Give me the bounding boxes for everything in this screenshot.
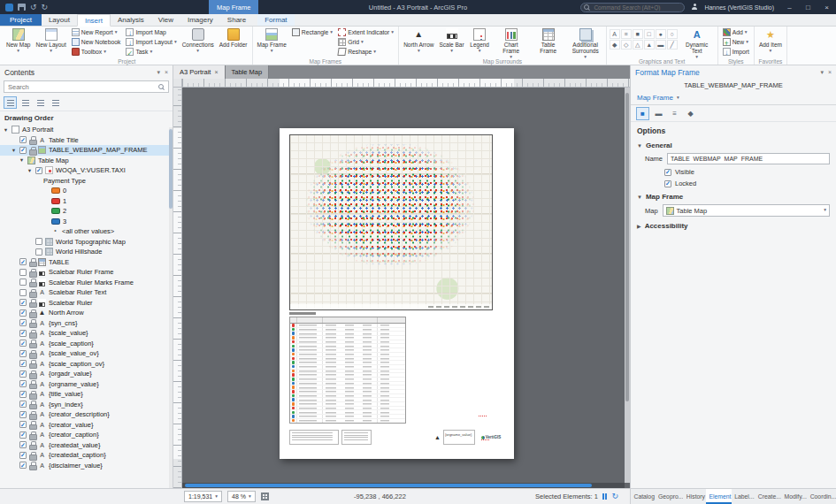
vertical-scrollbar[interactable]	[625, 88, 630, 483]
tree-item-orgadr-value[interactable]: {orgadr_value}	[0, 369, 173, 379]
expander-icon[interactable]: ▼	[3, 127, 9, 133]
visibility-checkbox[interactable]	[19, 147, 27, 154]
additional-surrounds-button[interactable]: Additional Surrounds▾	[568, 27, 603, 61]
signed-in-user[interactable]: Hannes (VertiGIS Studio)	[704, 4, 774, 11]
tree-item-disclaimer-value[interactable]: {disclaimer_value}	[0, 461, 173, 471]
pane-close-icon[interactable]: ×	[165, 69, 168, 76]
scale-bar-button[interactable]: Scale Bar▾	[437, 27, 465, 55]
maximize-button[interactable]: □	[799, 0, 817, 14]
ribbon-tab-share[interactable]: Share	[220, 14, 253, 26]
layout-page[interactable]: ▲ {orgname_value} VertiGIS	[280, 128, 514, 459]
contents-scrollbar[interactable]	[169, 127, 173, 488]
visibility-checkbox[interactable]	[19, 258, 27, 265]
locked-checkbox[interactable]	[664, 180, 671, 187]
add-folder-button[interactable]: Add Folder	[218, 27, 249, 49]
graphic-tool-button[interactable]: ◇	[621, 40, 632, 50]
import-map-button[interactable]: Import Map	[124, 27, 178, 37]
tree-item-creator-value[interactable]: {creator_value}	[0, 420, 173, 431]
minimize-button[interactable]: –	[780, 0, 799, 14]
pane-tab-label[interactable]: Label...	[732, 489, 755, 504]
tree-item-scalebar-ruler[interactable]: Scalebar Ruler	[0, 298, 173, 309]
ribbon-tab-imagery[interactable]: Imagery	[180, 14, 220, 26]
pane-menu-icon[interactable]: ▾	[820, 69, 824, 76]
tree-item-table[interactable]: TABLE	[0, 257, 173, 268]
visibility-checkbox[interactable]	[19, 330, 27, 337]
rectangle-button[interactable]: Rectangle▾	[290, 27, 334, 37]
visibility-checkbox[interactable]	[19, 441, 27, 448]
expander-icon[interactable]: ▼	[11, 148, 17, 153]
view-tab-a3-portrait[interactable]: A3 Portrait×	[173, 65, 226, 79]
pane-tab-modify[interactable]: Modify...	[781, 489, 807, 504]
tree-item-all-other-values[interactable]: <all other values>	[0, 226, 173, 237]
visibility-checkbox[interactable]	[19, 431, 27, 439]
pause-drawing-icon[interactable]	[602, 493, 608, 500]
table-title-element[interactable]	[289, 312, 316, 315]
table-frame-element[interactable]	[289, 317, 406, 424]
pane-menu-icon[interactable]: ▾	[157, 69, 160, 76]
pane-tab-geopro[interactable]: Geopro...	[656, 489, 684, 504]
visibility-checkbox[interactable]	[19, 299, 27, 306]
visibility-checkbox[interactable]	[19, 279, 27, 286]
tree-item-north-arrow[interactable]: North Arrow	[0, 308, 173, 318]
close-button[interactable]: ×	[817, 0, 836, 14]
pane-tab-create[interactable]: Create...	[755, 489, 781, 504]
tree-item-2[interactable]: 2	[0, 206, 173, 217]
view-tab-table-map[interactable]: Table Map	[226, 65, 270, 79]
visibility-checkbox[interactable]	[35, 167, 42, 174]
pane-close-icon[interactable]: ×	[828, 69, 832, 76]
visibility-checkbox[interactable]	[19, 319, 27, 326]
visibility-checkbox[interactable]	[19, 350, 27, 357]
graphic-tool-button[interactable]: ≡	[621, 29, 632, 39]
tree-item-0[interactable]: 0	[0, 186, 173, 196]
grid-button[interactable]: Grid▾	[336, 37, 395, 47]
visibility-checkbox[interactable]	[35, 248, 42, 256]
import-button[interactable]: Import	[721, 47, 751, 57]
general-section-header[interactable]: ▼ General	[631, 138, 836, 151]
visible-checkbox[interactable]	[664, 169, 671, 176]
zoom-dropdown[interactable]: 48 %▾	[227, 491, 256, 502]
chart-frame-button[interactable]: Chart Frame▾	[494, 27, 529, 61]
scale-dropdown[interactable]: 1:19,531▾	[184, 491, 222, 502]
ribbon-tab-format[interactable]: Format	[257, 14, 294, 26]
expander-icon[interactable]: ▼	[27, 168, 33, 173]
display-tab[interactable]: ■	[636, 107, 649, 120]
visibility-checkbox[interactable]	[19, 411, 27, 418]
map-frame-section-header[interactable]: ▼ Map Frame	[631, 189, 836, 202]
tree-item-creator-description[interactable]: {creator_description}	[0, 409, 173, 420]
map-frame-element[interactable]	[289, 134, 493, 310]
name-input[interactable]	[667, 153, 830, 164]
visibility-checkbox[interactable]	[19, 289, 27, 296]
tree-item-scalebar-ruler-text[interactable]: Scalebar Ruler Text	[0, 287, 173, 298]
reshape-button[interactable]: Reshape▾	[336, 47, 395, 57]
extent-grid-icon[interactable]	[261, 493, 269, 500]
pane-tab-coordin[interactable]: Coordin...	[807, 489, 836, 504]
border-tab[interactable]: ◆	[684, 107, 697, 120]
graphic-tool-button[interactable]: ◆	[610, 40, 620, 50]
tree-item-creator-caption[interactable]: {creator_caption}	[0, 430, 173, 440]
visibility-checkbox[interactable]	[19, 452, 27, 459]
north-arrow-element[interactable]: ▲	[434, 434, 441, 440]
graphic-tool-button[interactable]: □	[644, 29, 655, 39]
tree-item-table-webmap-map-frame[interactable]: ▼TABLE_WEBMAP_MAP_FRAME	[0, 145, 173, 156]
ribbon-tab-layout[interactable]: Layout	[42, 14, 77, 26]
visibility-checkbox[interactable]	[19, 370, 27, 378]
ribbon-tab-project[interactable]: Project	[0, 14, 42, 26]
visibility-checkbox[interactable]	[19, 136, 27, 143]
north-arrow-button[interactable]: North Arrow▾	[402, 27, 435, 55]
visibility-checkbox[interactable]	[19, 309, 27, 317]
dynamic-text-button[interactable]: Dynamic Text▾	[679, 27, 715, 61]
pane-tab-history[interactable]: History	[683, 489, 706, 504]
tree-item-woqa-v-vuser-taxi[interactable]: ▼WOQA_V:VUSER.TAXI	[0, 165, 173, 176]
tree-item-scale-caption-ov[interactable]: {scale_caption_ov}	[0, 359, 173, 370]
new-notebook-button[interactable]: New Notebook	[70, 37, 123, 47]
visibility-checkbox[interactable]	[19, 380, 27, 387]
task-button[interactable]: Task▾	[124, 47, 178, 57]
ribbon-tab-view[interactable]: View	[151, 14, 180, 26]
new-layout-button[interactable]: New Layout▾	[34, 27, 67, 55]
visibility-checkbox[interactable]	[19, 269, 27, 276]
tree-item-world-topographic-map[interactable]: World Topographic Map	[0, 237, 173, 248]
graphic-tool-button[interactable]: ■	[633, 29, 643, 39]
graphic-tool-button[interactable]: ▬	[656, 40, 666, 50]
tree-item-world-hillshade[interactable]: World Hillshade	[0, 247, 173, 257]
tree-item-scale-value[interactable]: {scale_value}	[0, 328, 173, 339]
